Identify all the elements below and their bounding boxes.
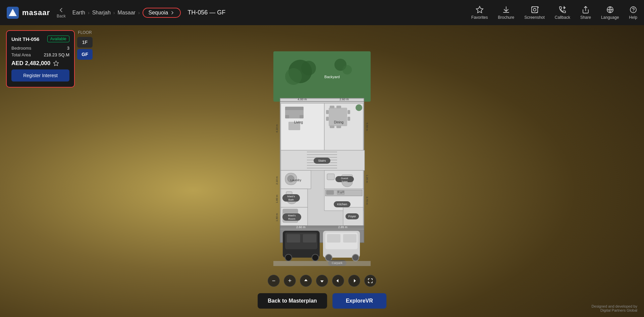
svg-point-73 — [340, 192, 342, 194]
brochure-action[interactable]: Brochure — [498, 6, 514, 20]
svg-text:Room: Room — [288, 217, 296, 220]
pan-down-button[interactable] — [316, 275, 328, 287]
zoom-out-button[interactable]: − — [268, 275, 280, 287]
floorplan-controls: − + — [268, 275, 376, 287]
bedrooms-label: Bedrooms — [11, 46, 31, 51]
svg-text:Living: Living — [294, 120, 303, 124]
brochure-label: Brochure — [498, 15, 514, 20]
breadcrumb-sep-3: › — [138, 10, 140, 15]
svg-text:Guest: Guest — [341, 177, 348, 180]
share-action[interactable]: Share — [580, 6, 591, 20]
floorplan-container: Backyard 4.00 m 2.60 m Living — [0, 27, 644, 290]
callback-label: Callback — [555, 15, 570, 20]
svg-text:2.60 m: 2.60 m — [339, 98, 349, 101]
pan-left-button[interactable] — [332, 275, 344, 287]
svg-rect-108 — [273, 261, 371, 266]
floor-gf-button[interactable]: GF — [77, 49, 93, 60]
logo-icon — [7, 7, 19, 19]
svg-rect-20 — [285, 107, 304, 110]
pan-up-button[interactable] — [300, 275, 312, 287]
callback-action[interactable]: Callback — [555, 6, 570, 20]
language-label: Language — [601, 15, 619, 20]
floor-1f-button[interactable]: 1F — [77, 37, 93, 48]
floorplan-svg[interactable]: Backyard 4.00 m 2.60 m Living — [273, 51, 371, 266]
breadcrumb-sep-1: › — [88, 10, 90, 15]
svg-text:4.00 m: 4.00 m — [298, 98, 307, 101]
svg-point-12 — [342, 65, 352, 74]
breadcrumb-sequoia[interactable]: Sequoia — [143, 8, 181, 18]
breadcrumb-sep-2: › — [113, 10, 115, 15]
svg-point-6 — [630, 7, 636, 13]
language-action[interactable]: Language — [601, 6, 619, 20]
svg-point-9 — [285, 68, 302, 85]
footer-credit-text: Designed and developed by — [592, 304, 637, 308]
svg-rect-31 — [326, 110, 329, 114]
svg-text:1.60 m: 1.60 m — [275, 195, 278, 203]
back-masterplan-button[interactable]: Back to Masterplan — [258, 293, 327, 309]
svg-rect-34 — [347, 117, 350, 121]
room-backyard: Backyard — [324, 75, 340, 79]
bottom-actions: Back to Masterplan ExploreVR — [258, 293, 386, 309]
svg-rect-22 — [300, 115, 304, 118]
favorites-label: Favorites — [471, 15, 488, 20]
svg-rect-28 — [336, 106, 341, 108]
svg-text:2.65 m: 2.65 m — [338, 225, 347, 229]
pan-right-button[interactable] — [348, 275, 360, 287]
svg-text:2.10 m: 2.10 m — [275, 176, 278, 184]
svg-text:3.70 m: 3.70 m — [366, 196, 369, 205]
share-label: Share — [580, 15, 591, 20]
screenshot-icon — [531, 6, 539, 14]
screenshot-action[interactable]: Screenshot — [524, 6, 545, 20]
price-value: AED 2,482,000 — [11, 60, 50, 67]
bedrooms-value: 3 — [67, 46, 69, 51]
unit-bedrooms: Bedrooms 3 — [11, 46, 69, 51]
breadcrumb-earth[interactable]: Earth — [72, 10, 85, 16]
zoom-in-button[interactable]: + — [284, 275, 296, 287]
svg-rect-70 — [326, 191, 334, 195]
svg-text:Toilet: Toilet — [341, 180, 348, 183]
favorite-star-icon[interactable] — [53, 60, 59, 66]
nav-actions: Favorites Brochure Screenshot Callback S… — [471, 6, 637, 20]
fullscreen-button[interactable] — [364, 275, 376, 287]
breadcrumb-masaar[interactable]: Masaar — [118, 10, 136, 16]
breadcrumb-sharjah[interactable]: Sharjah — [92, 10, 111, 16]
svg-text:4.10 m: 4.10 m — [275, 124, 278, 133]
help-action[interactable]: Help — [629, 6, 637, 20]
favorites-action[interactable]: Favorites — [471, 6, 488, 20]
area-value: 218.23 SQ.M — [44, 52, 69, 57]
svg-rect-32 — [326, 117, 329, 121]
svg-point-105 — [352, 254, 359, 261]
svg-text:Maid's: Maid's — [287, 195, 295, 198]
explore-vr-button[interactable]: ExploreVR — [332, 293, 386, 309]
svg-rect-102 — [327, 234, 340, 243]
unit-area: Total Area 218.23 SQ.M — [11, 52, 69, 57]
help-icon — [629, 6, 637, 14]
svg-point-72 — [337, 191, 339, 193]
navbar: masaar Back Earth › Sharjah › Masaar › S… — [0, 0, 644, 25]
screenshot-label: Screenshot — [524, 15, 545, 20]
floor-panel: FLOOR 1F GF — [77, 30, 93, 61]
svg-text:Laundry: Laundry — [290, 178, 302, 182]
svg-text:2.60 m: 2.60 m — [296, 225, 306, 229]
svg-rect-81 — [283, 209, 298, 213]
svg-text:Bath: Bath — [288, 198, 294, 201]
area-label: Total Area — [11, 52, 31, 57]
svg-text:1.60 m: 1.60 m — [275, 213, 278, 221]
floor-label: FLOOR — [77, 30, 93, 35]
logo[interactable]: masaar — [7, 7, 50, 19]
brand-name: masaar — [22, 8, 50, 17]
svg-point-35 — [356, 104, 362, 111]
language-icon — [606, 6, 614, 14]
share-icon — [582, 6, 590, 14]
back-arrow-icon — [58, 7, 64, 13]
unit-id: Unit TH-056 — [11, 36, 39, 42]
svg-rect-97 — [303, 234, 316, 243]
unit-price: AED 2,482,000 — [11, 60, 69, 67]
chevron-right-icon — [170, 10, 175, 15]
footer-credit: Designed and developed by Digital Partne… — [592, 304, 637, 312]
footer-company: Digital Partners Global — [592, 308, 637, 312]
svg-rect-21 — [285, 115, 289, 118]
back-button[interactable]: Back — [57, 7, 66, 18]
register-interest-button[interactable]: Register Interest — [11, 69, 69, 82]
svg-point-74 — [342, 191, 344, 193]
